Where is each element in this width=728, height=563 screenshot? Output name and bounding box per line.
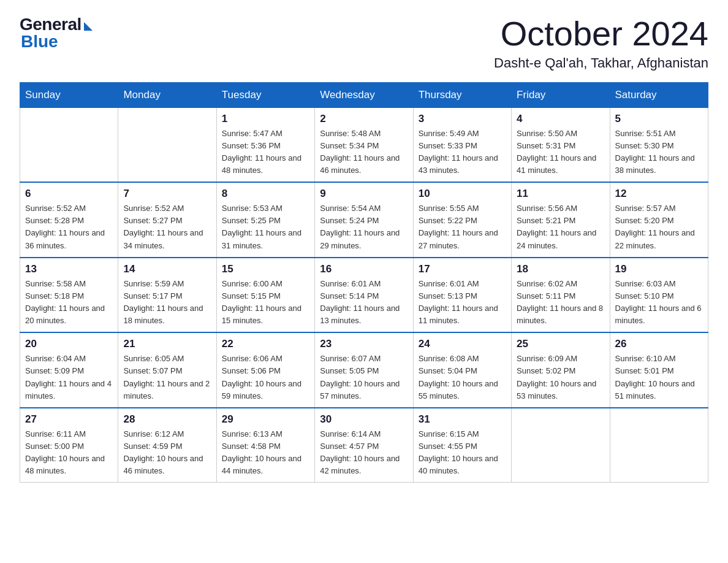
- day-info: Sunrise: 6:06 AM Sunset: 5:06 PM Dayligh…: [222, 353, 309, 402]
- calendar-cell: 20Sunrise: 6:04 AM Sunset: 5:09 PM Dayli…: [20, 332, 118, 408]
- weekday-header-wednesday: Wednesday: [315, 82, 413, 107]
- calendar-cell: 14Sunrise: 5:59 AM Sunset: 5:17 PM Dayli…: [118, 258, 216, 333]
- day-number: 25: [517, 338, 604, 350]
- day-info: Sunrise: 5:52 AM Sunset: 5:27 PM Dayligh…: [123, 202, 211, 252]
- day-number: 11: [517, 188, 604, 200]
- calendar-cell: 3Sunrise: 5:49 AM Sunset: 5:33 PM Daylig…: [413, 107, 511, 182]
- calendar-cell: 1Sunrise: 5:47 AM Sunset: 5:36 PM Daylig…: [216, 107, 314, 182]
- day-info: Sunrise: 5:55 AM Sunset: 5:22 PM Dayligh…: [419, 202, 506, 252]
- calendar-cell: 26Sunrise: 6:10 AM Sunset: 5:01 PM Dayli…: [610, 332, 708, 408]
- calendar-week-row: 6Sunrise: 5:52 AM Sunset: 5:28 PM Daylig…: [20, 182, 708, 258]
- calendar-cell: [20, 107, 118, 182]
- logo: General Blue: [20, 15, 93, 52]
- weekday-header-thursday: Thursday: [413, 82, 511, 107]
- day-number: 21: [123, 338, 211, 350]
- calendar-cell: 28Sunrise: 6:12 AM Sunset: 4:59 PM Dayli…: [118, 408, 216, 483]
- day-info: Sunrise: 5:58 AM Sunset: 5:18 PM Dayligh…: [25, 278, 113, 327]
- page-header: General Blue October 2024 Dasht-e Qal'ah…: [20, 15, 708, 71]
- day-number: 10: [419, 188, 506, 200]
- calendar-cell: 17Sunrise: 6:01 AM Sunset: 5:13 PM Dayli…: [413, 258, 511, 333]
- calendar-cell: 2Sunrise: 5:48 AM Sunset: 5:34 PM Daylig…: [315, 107, 413, 182]
- calendar-cell: 31Sunrise: 6:15 AM Sunset: 4:55 PM Dayli…: [413, 408, 511, 483]
- calendar-cell: 19Sunrise: 6:03 AM Sunset: 5:10 PM Dayli…: [610, 258, 708, 333]
- day-info: Sunrise: 6:07 AM Sunset: 5:05 PM Dayligh…: [320, 353, 408, 402]
- day-number: 5: [615, 113, 703, 125]
- day-number: 13: [25, 263, 113, 275]
- day-info: Sunrise: 6:01 AM Sunset: 5:14 PM Dayligh…: [320, 278, 408, 327]
- day-number: 14: [123, 263, 211, 275]
- month-title: October 2024: [494, 15, 708, 53]
- calendar-cell: 29Sunrise: 6:13 AM Sunset: 4:58 PM Dayli…: [216, 408, 314, 483]
- day-info: Sunrise: 6:11 AM Sunset: 5:00 PM Dayligh…: [25, 428, 113, 478]
- day-number: 7: [123, 188, 211, 200]
- day-info: Sunrise: 6:04 AM Sunset: 5:09 PM Dayligh…: [25, 353, 113, 402]
- calendar-cell: 9Sunrise: 5:54 AM Sunset: 5:24 PM Daylig…: [315, 182, 413, 258]
- weekday-header-friday: Friday: [512, 82, 610, 107]
- calendar-cell: 10Sunrise: 5:55 AM Sunset: 5:22 PM Dayli…: [413, 182, 511, 258]
- calendar-cell: 30Sunrise: 6:14 AM Sunset: 4:57 PM Dayli…: [315, 408, 413, 483]
- day-info: Sunrise: 6:02 AM Sunset: 5:11 PM Dayligh…: [517, 278, 604, 327]
- location-title: Dasht-e Qal'ah, Takhar, Afghanistan: [494, 55, 708, 71]
- day-number: 9: [320, 188, 408, 200]
- calendar-cell: 4Sunrise: 5:50 AM Sunset: 5:31 PM Daylig…: [512, 107, 610, 182]
- day-number: 19: [615, 263, 703, 275]
- day-number: 30: [320, 413, 408, 426]
- calendar-cell: 21Sunrise: 6:05 AM Sunset: 5:07 PM Dayli…: [118, 332, 216, 408]
- day-number: 27: [25, 413, 113, 426]
- calendar-cell: 5Sunrise: 5:51 AM Sunset: 5:30 PM Daylig…: [610, 107, 708, 182]
- logo-arrow-icon: [84, 22, 93, 31]
- day-number: 18: [517, 263, 604, 275]
- day-number: 24: [419, 338, 506, 350]
- day-info: Sunrise: 6:13 AM Sunset: 4:58 PM Dayligh…: [222, 428, 309, 478]
- day-info: Sunrise: 6:09 AM Sunset: 5:02 PM Dayligh…: [517, 353, 604, 402]
- calendar-week-row: 1Sunrise: 5:47 AM Sunset: 5:36 PM Daylig…: [20, 107, 708, 182]
- day-info: Sunrise: 6:14 AM Sunset: 4:57 PM Dayligh…: [320, 428, 408, 478]
- day-info: Sunrise: 5:53 AM Sunset: 5:25 PM Dayligh…: [222, 202, 309, 252]
- day-number: 31: [419, 413, 506, 426]
- day-number: 3: [419, 113, 506, 125]
- day-info: Sunrise: 6:03 AM Sunset: 5:10 PM Dayligh…: [615, 278, 703, 327]
- calendar-header-row: SundayMondayTuesdayWednesdayThursdayFrid…: [20, 82, 708, 107]
- calendar-week-row: 13Sunrise: 5:58 AM Sunset: 5:18 PM Dayli…: [20, 258, 708, 333]
- day-number: 22: [222, 338, 309, 350]
- day-info: Sunrise: 5:52 AM Sunset: 5:28 PM Dayligh…: [25, 202, 113, 252]
- day-number: 8: [222, 188, 309, 200]
- calendar-body: 1Sunrise: 5:47 AM Sunset: 5:36 PM Daylig…: [20, 107, 708, 483]
- day-number: 26: [615, 338, 703, 350]
- day-info: Sunrise: 5:59 AM Sunset: 5:17 PM Dayligh…: [123, 278, 211, 327]
- calendar-cell: [610, 408, 708, 483]
- calendar-cell: 12Sunrise: 5:57 AM Sunset: 5:20 PM Dayli…: [610, 182, 708, 258]
- day-info: Sunrise: 6:15 AM Sunset: 4:55 PM Dayligh…: [419, 428, 506, 478]
- day-number: 6: [25, 188, 113, 200]
- day-info: Sunrise: 5:57 AM Sunset: 5:20 PM Dayligh…: [615, 202, 703, 252]
- calendar-cell: 18Sunrise: 6:02 AM Sunset: 5:11 PM Dayli…: [512, 258, 610, 333]
- weekday-header-monday: Monday: [118, 82, 216, 107]
- calendar-cell: 7Sunrise: 5:52 AM Sunset: 5:27 PM Daylig…: [118, 182, 216, 258]
- calendar-cell: 15Sunrise: 6:00 AM Sunset: 5:15 PM Dayli…: [216, 258, 314, 333]
- day-number: 16: [320, 263, 408, 275]
- day-info: Sunrise: 6:10 AM Sunset: 5:01 PM Dayligh…: [615, 353, 703, 402]
- calendar-cell: 23Sunrise: 6:07 AM Sunset: 5:05 PM Dayli…: [315, 332, 413, 408]
- day-info: Sunrise: 5:50 AM Sunset: 5:31 PM Dayligh…: [517, 128, 604, 177]
- calendar-cell: 8Sunrise: 5:53 AM Sunset: 5:25 PM Daylig…: [216, 182, 314, 258]
- calendar-table: SundayMondayTuesdayWednesdayThursdayFrid…: [20, 82, 708, 483]
- day-info: Sunrise: 5:56 AM Sunset: 5:21 PM Dayligh…: [517, 202, 604, 252]
- day-number: 4: [517, 113, 604, 125]
- day-info: Sunrise: 5:54 AM Sunset: 5:24 PM Dayligh…: [320, 202, 408, 252]
- day-number: 2: [320, 113, 408, 125]
- day-info: Sunrise: 5:47 AM Sunset: 5:36 PM Dayligh…: [222, 128, 309, 177]
- calendar-cell: [512, 408, 610, 483]
- day-info: Sunrise: 5:51 AM Sunset: 5:30 PM Dayligh…: [615, 128, 703, 177]
- calendar-cell: 11Sunrise: 5:56 AM Sunset: 5:21 PM Dayli…: [512, 182, 610, 258]
- day-number: 15: [222, 263, 309, 275]
- day-number: 23: [320, 338, 408, 350]
- day-number: 20: [25, 338, 113, 350]
- day-info: Sunrise: 5:49 AM Sunset: 5:33 PM Dayligh…: [419, 128, 506, 177]
- calendar-week-row: 20Sunrise: 6:04 AM Sunset: 5:09 PM Dayli…: [20, 332, 708, 408]
- day-number: 17: [419, 263, 506, 275]
- calendar-cell: 6Sunrise: 5:52 AM Sunset: 5:28 PM Daylig…: [20, 182, 118, 258]
- calendar-cell: 27Sunrise: 6:11 AM Sunset: 5:00 PM Dayli…: [20, 408, 118, 483]
- day-number: 12: [615, 188, 703, 200]
- day-number: 28: [123, 413, 211, 426]
- weekday-header-saturday: Saturday: [610, 82, 708, 107]
